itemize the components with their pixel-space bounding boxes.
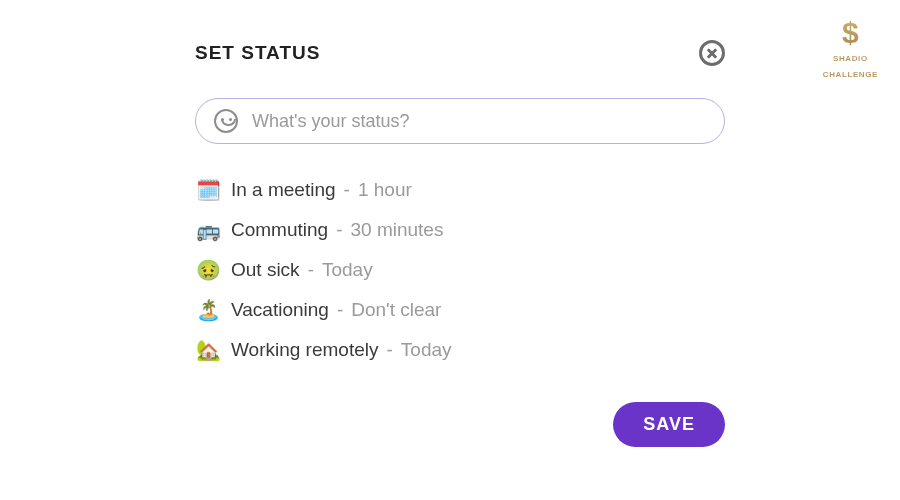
- status-preset-sick[interactable]: 🤢 Out sick - Today: [195, 258, 725, 282]
- status-preset-meeting[interactable]: 🗓️ In a meeting - 1 hour: [195, 178, 725, 202]
- brand-logo-symbol: $: [823, 18, 878, 48]
- status-label: Vacationing: [231, 299, 329, 321]
- status-preset-vacation[interactable]: 🏝️ Vacationing - Don't clear: [195, 298, 725, 322]
- modal-footer: SAVE: [195, 402, 725, 447]
- status-label: Out sick: [231, 259, 300, 281]
- status-preset-list: 🗓️ In a meeting - 1 hour 🚌 Commuting - 3…: [195, 178, 725, 362]
- save-button[interactable]: SAVE: [613, 402, 725, 447]
- brand-logo-line1: SHADIO: [833, 54, 868, 63]
- calendar-icon: 🗓️: [195, 178, 221, 202]
- bus-icon: 🚌: [195, 218, 221, 242]
- status-duration: 1 hour: [358, 179, 412, 201]
- close-icon[interactable]: [699, 40, 725, 66]
- status-duration: Don't clear: [351, 299, 441, 321]
- sick-face-icon: 🤢: [195, 258, 221, 282]
- status-label: In a meeting: [231, 179, 336, 201]
- status-label: Commuting: [231, 219, 328, 241]
- island-icon: 🏝️: [195, 298, 221, 322]
- status-label: Working remotely: [231, 339, 378, 361]
- modal-header: SET STATUS: [195, 40, 725, 66]
- brand-logo-line2: CHALLENGE: [823, 70, 878, 79]
- status-duration: Today: [322, 259, 373, 281]
- status-duration: 30 minutes: [350, 219, 443, 241]
- status-preset-remote[interactable]: 🏡 Working remotely - Today: [195, 338, 725, 362]
- status-input[interactable]: [252, 111, 706, 132]
- status-duration: Today: [401, 339, 452, 361]
- status-preset-commuting[interactable]: 🚌 Commuting - 30 minutes: [195, 218, 725, 242]
- brand-logo: $ SHADIO CHALLENGE: [823, 18, 878, 80]
- modal-title: SET STATUS: [195, 42, 320, 64]
- house-icon: 🏡: [195, 338, 221, 362]
- set-status-modal: SET STATUS 🗓️ In a meeting - 1 hour 🚌 Co…: [195, 40, 725, 447]
- smile-icon[interactable]: [214, 109, 238, 133]
- status-input-container[interactable]: [195, 98, 725, 144]
